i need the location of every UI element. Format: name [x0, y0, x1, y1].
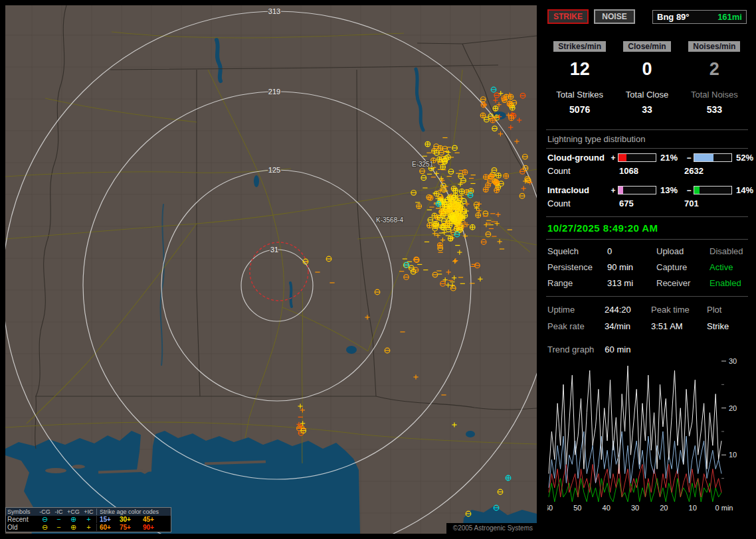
cloud-ground-row: Cloud-ground + 21% − 52% — [547, 153, 747, 163]
ic-count-label: Count — [547, 198, 609, 208]
map-canvas[interactable]: 31321912531 E-3251K-3568-4 — [5, 5, 537, 534]
distance-value: 161mi — [717, 12, 742, 22]
legend-col-cg-pos: +CG — [66, 508, 81, 515]
trend-graph: 1020306050403020100 min — [547, 357, 748, 514]
uptime-label: Uptime — [547, 305, 605, 315]
old-cg-neg-icon: ⊖ — [38, 524, 52, 531]
station-label: K-3568-4 — [376, 216, 404, 224]
strikes-per-min-value: 12 — [546, 59, 613, 80]
distribution-title: Lightning type distribution — [547, 134, 747, 144]
capture-label: Capture — [656, 262, 709, 272]
strike-symbol — [417, 204, 422, 209]
range-label: Range — [547, 278, 607, 288]
recent-cg-neg-icon: ⊖ — [38, 516, 52, 523]
strike-symbol — [462, 170, 468, 175]
strike-symbol — [476, 212, 481, 218]
squelch-value: 0 — [607, 246, 656, 256]
old-ic-pos-icon: + — [81, 524, 96, 531]
persistence-label: Persistence — [547, 262, 607, 272]
lightning-map[interactable]: 31321912531 E-3251K-3568-4 Symbols -CG -… — [5, 5, 537, 534]
legend-age-header: Strike age color codes — [96, 508, 167, 515]
close-per-min-chip: Close/min — [623, 41, 670, 52]
ic-negative-bar — [694, 186, 732, 194]
peak-rate-label: Peak rate — [547, 321, 605, 331]
x-axis-label: 0 min — [715, 504, 733, 512]
divider — [546, 239, 748, 240]
recent-cg-pos-icon: ⊕ — [66, 516, 81, 523]
strike-symbol — [451, 216, 456, 222]
close-stat-column: Close/min 0 Total Close 33 — [613, 41, 680, 115]
map-legend: Symbols -CG -IC +CG +IC Strike age color… — [5, 507, 171, 532]
receiver-status: Enabled — [709, 278, 747, 288]
strike-symbol — [509, 116, 514, 121]
strike-symbol — [504, 173, 509, 179]
persistence-value: 90 min — [607, 262, 656, 272]
intracloud-label: Intracloud — [547, 185, 609, 195]
total-noises-value: 533 — [681, 104, 748, 115]
strike-symbol — [427, 223, 432, 228]
cloud-ground-count-row: Count 1068 2632 — [547, 166, 747, 176]
strike-symbol — [428, 195, 433, 200]
divider — [546, 148, 748, 149]
ic-positive-bar — [618, 186, 656, 194]
datetime-display: 10/27/2025 8:49:20 AM — [547, 222, 747, 234]
strike-symbol — [496, 173, 502, 179]
recent-ic-neg-icon: − — [52, 516, 66, 523]
peak-time-value: 3:51 AM — [651, 321, 707, 331]
cg-positive-bar — [618, 153, 656, 162]
y-axis-label: 30 — [729, 357, 737, 365]
rate-stats: Strikes/min 12 Total Strikes 5076 Close/… — [546, 41, 748, 115]
strike-symbol — [493, 106, 498, 112]
range-ring-label: 125 — [268, 166, 280, 174]
legend-col-cg-neg: -CG — [38, 508, 52, 515]
strike-symbol — [484, 175, 489, 180]
divider — [546, 296, 748, 297]
range-ring-label: 31 — [270, 246, 278, 254]
strikes-stat-column: Strikes/min 12 Total Strikes 5076 — [546, 41, 613, 115]
strike-symbol — [445, 221, 450, 226]
strike-symbol — [436, 201, 441, 206]
cg-positive-pct: 21% — [658, 153, 684, 163]
cg-positive-count: 1068 — [618, 166, 684, 176]
cg-negative-count: 2632 — [684, 166, 747, 176]
indicator-row: STRIKE NOISE Bng 89° 161mi — [547, 9, 747, 24]
strike-indicator[interactable]: STRIKE — [547, 9, 589, 24]
divider — [546, 129, 748, 130]
legend-col-ic-pos: +IC — [81, 508, 96, 515]
strike-symbol — [440, 165, 446, 170]
peak-rate-value: 34/min — [605, 321, 651, 331]
intracloud-count-row: Count 675 701 — [547, 198, 747, 208]
total-close-value: 33 — [613, 104, 680, 115]
cloud-ground-label: Cloud-ground — [547, 153, 609, 163]
bearing-value: Bng 89° — [657, 12, 690, 22]
strike-symbol — [437, 157, 442, 162]
ic-negative-pct: 14% — [733, 185, 753, 195]
old-cg-pos-icon: ⊕ — [66, 524, 81, 531]
upload-status: Disabled — [709, 246, 747, 256]
cg-negative-pct: 52% — [733, 153, 753, 163]
strike-symbol — [448, 236, 453, 242]
total-noises-label: Total Noises — [681, 90, 748, 100]
recent-ic-pos-icon: + — [81, 516, 96, 523]
x-axis-label: 50 — [573, 504, 581, 512]
strike-symbol — [438, 243, 443, 248]
minus-sign: − — [684, 153, 694, 163]
strike-symbol — [470, 224, 475, 230]
squelch-label: Squelch — [547, 246, 607, 256]
strike-symbol — [490, 117, 496, 123]
capture-status: Active — [709, 262, 747, 272]
noises-per-min-value: 2 — [681, 59, 748, 80]
strike-symbol — [486, 183, 491, 188]
plus-sign: + — [609, 153, 618, 163]
ic-positive-pct: 13% — [658, 185, 684, 195]
ic-positive-count: 675 — [618, 198, 684, 208]
noises-stat-column: Noises/min 2 Total Noises 533 — [681, 41, 748, 115]
total-strikes-label: Total Strikes — [546, 90, 613, 100]
uptime-value: 244:20 — [605, 305, 651, 315]
upload-label: Upload — [656, 246, 709, 256]
noise-indicator[interactable]: NOISE — [594, 9, 635, 24]
x-axis-label: 40 — [603, 504, 611, 512]
old-ic-neg-icon: − — [52, 524, 66, 531]
strike-symbol — [507, 102, 512, 107]
trend-header: Trend graph 60 min — [547, 345, 747, 354]
